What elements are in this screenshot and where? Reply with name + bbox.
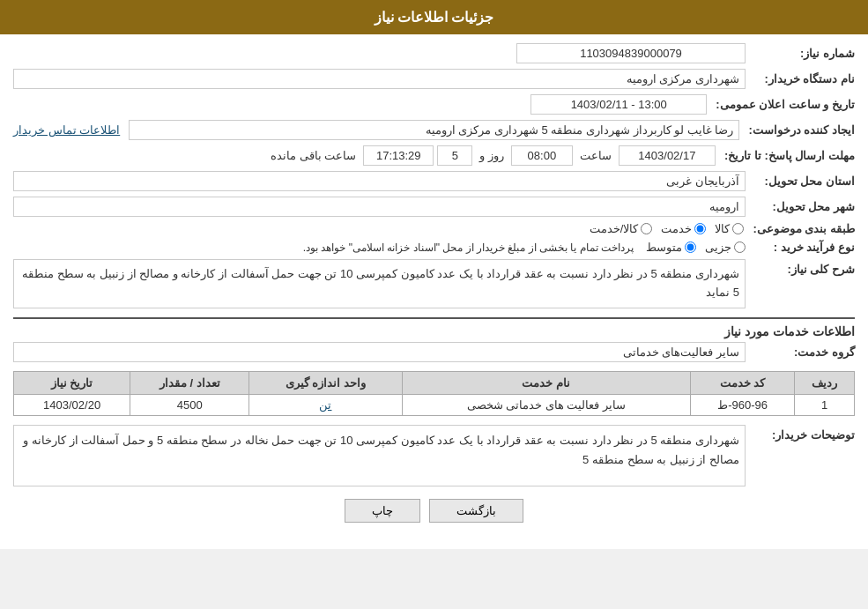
ostan-value: آذربایجان غربی — [13, 171, 746, 191]
col-radif: ردیف — [795, 371, 855, 394]
tabaqe-kala-khadamat-label: کالا/خدمت — [590, 222, 639, 235]
mohlat-mande-value: 17:13:29 — [363, 145, 434, 166]
shomare-niaz-row: شماره نیاز: 1103094839000079 — [13, 43, 855, 63]
tarikh-aelan-label: تاریخ و ساعت اعلان عمومی: — [710, 98, 855, 111]
sharh-value: شهرداری منطقه 5 در نظر دارد نسبت به عقد … — [13, 259, 746, 308]
col-nam: نام خدمت — [402, 371, 691, 394]
grohe-row: گروه خدمت: سایر فعالیت‌های خدماتی — [13, 342, 855, 362]
tabaqe-khadamat-item: خدمت — [661, 222, 706, 235]
ostan-label: استان محل تحویل: — [749, 175, 855, 188]
noe-text: پرداخت تمام یا بخشی از مبلغ خریدار از مح… — [303, 241, 634, 254]
tozihat-value: شهرداری منطقه 5 در نظر دارد نسبت به عقد … — [13, 425, 746, 486]
noe-row: نوع فرآیند خرید : جزیی متوسط پرداخت تمام… — [13, 241, 855, 254]
button-row: بازگشت چاپ — [13, 499, 855, 523]
mohlat-row: مهلت ارسال پاسخ: تا تاریخ: 1403/02/17 سا… — [13, 145, 855, 166]
nam-dastgah-row: نام دستگاه خریدار: شهرداری مرکزی ارومیه — [13, 69, 855, 89]
tabaqe-kala-label: کالا — [715, 222, 730, 235]
sharh-row: شرح کلی نیاز: شهرداری منطقه 5 در نظر دار… — [13, 259, 855, 308]
table-cell-5: 1403/02/20 — [14, 394, 130, 415]
noe-jazee-item: جزیی — [705, 241, 746, 254]
noe-jazee-radio[interactable] — [734, 241, 746, 253]
table-cell-2: سایر فعالیت های خدماتی شخصی — [402, 394, 691, 415]
sharh-label: شرح کلی نیاز: — [749, 259, 855, 276]
tozihat-row: توضیحات خریدار: شهرداری منطقه 5 در نظر د… — [13, 425, 855, 486]
page-header: جزئیات اطلاعات نیاز — [0, 0, 868, 34]
table-row: 1960-96-طسایر فعالیت های خدماتی شخصیتن45… — [14, 394, 855, 415]
grohe-value: سایر فعالیت‌های خدماتی — [13, 342, 746, 362]
noe-motavaset-item: متوسط — [646, 241, 696, 254]
tabaqe-label: طبقه بندی موضوعی: — [747, 222, 855, 235]
ijaad-konande-link[interactable]: اطلاعات تماس خریدار — [13, 123, 120, 137]
nam-dastgah-label: نام دستگاه خریدار: — [749, 72, 855, 85]
col-vahed: واحد اندازه گیری — [249, 371, 402, 394]
nam-dastgah-value: شهرداری مرکزی ارومیه — [13, 69, 746, 89]
noe-label: نوع فرآیند خرید : — [749, 241, 855, 254]
table-cell-0: 1 — [795, 394, 855, 415]
back-button[interactable]: بازگشت — [429, 499, 523, 523]
tabaqe-row: طبقه بندی موضوعی: کالا خدمت کالا/خدمت — [13, 222, 855, 235]
noe-motavaset-label: متوسط — [646, 241, 682, 254]
tabaqe-kala-khadamat-radio[interactable] — [641, 223, 652, 234]
ostan-row: استان محل تحویل: آذربایجان غربی — [13, 171, 855, 191]
grohe-label: گروه خدمت: — [749, 345, 855, 359]
shomare-niaz-label: شماره نیاز: — [749, 47, 855, 60]
print-button[interactable]: چاپ — [345, 499, 420, 523]
col-kod: کد خدمت — [691, 371, 795, 394]
khadamat-table: ردیف کد خدمت نام خدمت واحد اندازه گیری ت… — [13, 371, 855, 416]
mohlat-saat-value: 08:00 — [511, 145, 573, 166]
ijaad-konande-value: رضا غایب لو کاربرداز شهرداری منطقه 5 شهر… — [129, 120, 739, 140]
noe-jazee-label: جزیی — [705, 241, 731, 254]
khadamat-title: اطلاعات خدمات مورد نیاز — [13, 317, 855, 338]
mohlat-mande-label: ساعت باقی مانده — [271, 149, 356, 162]
mohlat-roz-value: 5 — [437, 145, 472, 166]
tozihat-label: توضیحات خریدار: — [749, 425, 855, 442]
noe-motavaset-radio[interactable] — [685, 241, 696, 253]
page-title: جزئیات اطلاعات نیاز — [375, 10, 494, 25]
col-tedad: تعداد / مقدار — [130, 371, 249, 394]
shahr-value: ارومیه — [13, 197, 746, 217]
tabaqe-khadamat-radio[interactable] — [694, 223, 706, 234]
tabaqe-kala-radio[interactable] — [732, 223, 744, 234]
shahr-row: شهر محل تحویل: ارومیه — [13, 197, 855, 217]
col-tarikh: تاریخ نیاز — [14, 371, 130, 394]
mohlat-roz-label: روز و — [479, 149, 504, 162]
tabaqe-radio-group: کالا خدمت کالا/خدمت — [590, 222, 745, 235]
tabaqe-khadamat-label: خدمت — [661, 222, 692, 235]
mohlat-label: مهلت ارسال پاسخ: تا تاریخ: — [719, 149, 855, 162]
table-cell-4: 4500 — [130, 394, 249, 415]
ijaad-konande-row: ایجاد کننده درخواست: رضا غایب لو کاربردا… — [13, 120, 855, 140]
noe-radio-group: جزیی متوسط — [646, 241, 746, 254]
ijaad-konande-label: ایجاد کننده درخواست: — [743, 123, 855, 137]
tarikh-aelan-row: تاریخ و ساعت اعلان عمومی: 1403/02/11 - 1… — [13, 94, 855, 115]
shomare-niaz-value: 1103094839000079 — [516, 43, 746, 63]
shahr-label: شهر محل تحویل: — [749, 200, 855, 213]
mohlat-saat-label: ساعت — [580, 149, 612, 162]
mohlat-date: 1403/02/17 — [619, 145, 716, 166]
table-cell-3: تن — [249, 394, 402, 415]
table-cell-1: 960-96-ط — [691, 394, 795, 415]
tabaqe-kala-khadamat-item: کالا/خدمت — [590, 222, 653, 235]
tabaqe-kala-item: کالا — [715, 222, 744, 235]
tarikh-aelan-value: 1403/02/11 - 13:00 — [530, 94, 707, 115]
